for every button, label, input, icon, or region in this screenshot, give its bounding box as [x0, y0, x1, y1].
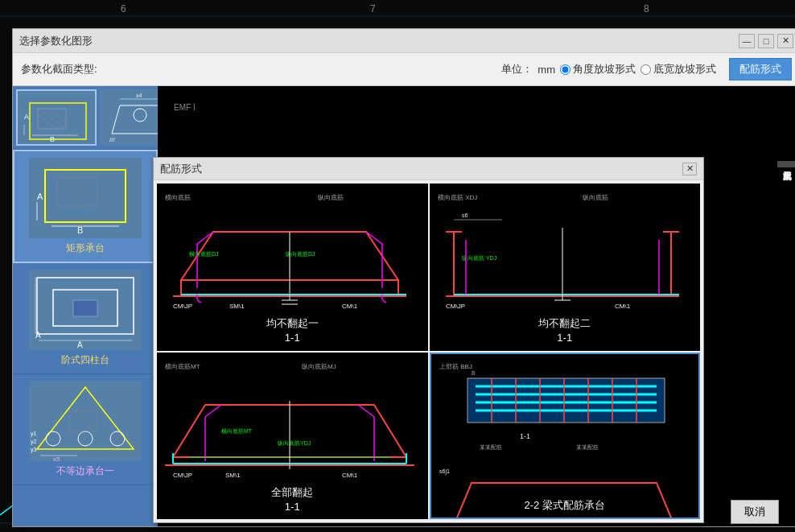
- shape-item-rect[interactable]: A B 矩形承台: [13, 150, 158, 263]
- cad-cell-1[interactable]: 横向底筋 纵向底筋 横向底筋DJ 纵向底筋DJ CM\JP SM\1 CM\1: [157, 184, 428, 351]
- shape-label-rect: 矩形承台: [66, 241, 105, 255]
- thumb-rect-svg: A B: [18, 91, 95, 144]
- svg-text:CM\1: CM\1: [342, 472, 358, 479]
- svg-text:s6: s6: [462, 212, 468, 218]
- svg-text:EMF I: EMF I: [174, 103, 196, 112]
- shape-panel: A B: [13, 86, 158, 526]
- shape-canvas-jieshi: A A: [29, 270, 142, 350]
- svg-text:某某配筋: 某某配筋: [576, 444, 599, 450]
- shape-label-jieshi: 阶式四柱台: [61, 353, 109, 367]
- minimize-btn[interactable]: —: [739, 34, 755, 48]
- svg-text:纵向底筋MJ: 纵向底筋MJ: [302, 363, 336, 370]
- svg-text:某某配筋: 某某配筋: [480, 444, 502, 450]
- cad-cell-4[interactable]: 上部筋 BBJ: [430, 353, 701, 520]
- right-side-label: 梁式配筋承台: [777, 161, 795, 167]
- cad-cell-2-label: 均不翻起二 1-1: [430, 313, 701, 350]
- shape-svg-rect: A B: [29, 158, 142, 238]
- cad-cell-2-label2: 1-1: [430, 331, 701, 345]
- peijin-btn[interactable]: 配筋形式: [729, 58, 792, 80]
- sub-dialog-title: 配筋形式: [160, 162, 202, 176]
- svg-text:CM\JP: CM\JP: [173, 303, 192, 310]
- radio-angle-input[interactable]: [560, 64, 571, 75]
- unit-text: 单位：: [501, 62, 533, 76]
- cad-cell-3-label1: 全部翻起: [157, 485, 428, 500]
- svg-text:B: B: [472, 370, 476, 376]
- svg-text:A: A: [35, 331, 41, 340]
- cad-cell-3-label: 全部翻起 1-1: [157, 482, 428, 519]
- svg-text:x5: x5: [53, 456, 60, 461]
- shape-label-budeng: 不等边承台一: [56, 464, 114, 478]
- svg-text:横向底筋MT: 横向底筋MT: [221, 428, 253, 435]
- svg-text:横向底筋 XDJ: 横向底筋 XDJ: [438, 194, 477, 201]
- thumb-trap1[interactable]: /// x4: [100, 89, 158, 146]
- svg-text:x4: x4: [136, 93, 142, 98]
- svg-rect-119: [468, 378, 665, 423]
- svg-text:CM\1: CM\1: [342, 303, 358, 310]
- cad-cell-1-label2: 1-1: [157, 331, 428, 345]
- shape-item-budeng[interactable]: y1 y2 y3 x5 不等边承台一: [13, 374, 158, 485]
- svg-text:s6j1: s6j1: [439, 468, 450, 475]
- svg-rect-46: [73, 300, 97, 316]
- cad-cell-4-svg: 上部筋 BBJ: [431, 354, 699, 518]
- svg-text:纵向底筋: 纵向底筋: [583, 194, 608, 201]
- svg-text:SM\1: SM\1: [225, 472, 241, 479]
- cad-cell-1-label: 均不翻起一 1-1: [157, 313, 428, 350]
- cad-cell-3[interactable]: 横向底筋MT 纵向底筋MJ 横向底筋MT 纵向底筋YDJ CM\JP SM\1: [157, 353, 428, 520]
- svg-text:///: ///: [109, 136, 115, 143]
- cad-cell-3-label2: 1-1: [157, 500, 428, 514]
- cancel-area: 取消: [731, 500, 779, 524]
- close-sub-btn[interactable]: ✕: [682, 163, 697, 175]
- svg-text:A: A: [37, 192, 43, 201]
- cad-cell-4-label: 2-2 梁式配筋承台: [431, 495, 699, 518]
- sub-dialog-titlebar: 配筋形式 ✕: [154, 158, 703, 180]
- svg-text:8: 8: [644, 3, 649, 14]
- thumb-rect[interactable]: A B: [16, 89, 97, 146]
- cad-cell-4-label1: 2-2 梁式配筋承台: [431, 498, 699, 513]
- svg-text:横向底筋DJ: 横向底筋DJ: [189, 251, 219, 258]
- radio-width-label: 底宽放坡形式: [653, 62, 716, 76]
- svg-text:横向底筋: 横向底筋: [165, 194, 191, 201]
- svg-text:横向底筋MT: 横向底筋MT: [165, 363, 200, 370]
- svg-text:y1: y1: [31, 431, 37, 437]
- svg-text:SM\1: SM\1: [229, 303, 245, 310]
- radio-width[interactable]: 底宽放坡形式: [641, 62, 716, 76]
- close-main-btn[interactable]: ✕: [777, 34, 793, 48]
- cad-grid: 横向底筋 纵向底筋 横向底筋DJ 纵向底筋DJ CM\JP SM\1 CM\1: [154, 180, 703, 522]
- radio-width-input[interactable]: [641, 64, 651, 75]
- svg-text:纵向底筋 YDJ: 纵向底筋 YDJ: [462, 255, 496, 261]
- radio-angle[interactable]: 角度放坡形式: [560, 62, 636, 76]
- radio-group: 角度放坡形式 底宽放坡形式: [560, 62, 716, 76]
- svg-text:y3: y3: [31, 447, 37, 453]
- svg-text:y2: y2: [31, 439, 37, 445]
- shape-svg-jieshi: A A: [29, 270, 142, 350]
- svg-text:CM\JP: CM\JP: [173, 472, 192, 479]
- unit-area: 单位： mm 角度放坡形式 底宽放坡形式 配筋形式: [501, 58, 792, 80]
- svg-text:7: 7: [370, 3, 376, 14]
- cad-cell-1-label1: 均不翻起一: [157, 316, 428, 331]
- svg-text:6: 6: [121, 3, 126, 14]
- cancel-btn[interactable]: 取消: [731, 500, 779, 524]
- maximize-btn[interactable]: □: [758, 34, 774, 48]
- svg-text:B: B: [77, 225, 83, 235]
- svg-text:A: A: [24, 113, 29, 121]
- main-dialog-title: 选择参数化图形: [19, 34, 93, 48]
- main-dialog-titlebar: 选择参数化图形 — □ ✕: [13, 29, 795, 53]
- titlebar-controls: — □ ✕: [739, 34, 793, 48]
- shape-canvas-rect: A B: [29, 158, 142, 238]
- cad-cell-2-label1: 均不翻起二: [430, 316, 701, 331]
- unit-value: mm: [538, 64, 555, 76]
- svg-rect-18: [100, 89, 158, 146]
- toolbar-row: 参数化截面类型: 单位： mm 角度放坡形式 底宽放坡形式 配筋形式: [13, 53, 795, 86]
- svg-text:B: B: [50, 135, 55, 143]
- svg-text:CM\JP: CM\JP: [446, 303, 465, 310]
- sub-dialog: 配筋形式 ✕ 横向底筋 纵向底筋 横向底筋D: [153, 157, 704, 523]
- svg-text:上部筋 BBJ: 上部筋 BBJ: [439, 363, 472, 370]
- shape-svg-budeng: y1 y2 y3 x5: [29, 381, 142, 461]
- svg-text:CM\1: CM\1: [615, 303, 631, 310]
- cad-cell-2[interactable]: 横向底筋 XDJ 纵向底筋 纵向底筋 YDJ CM\JP CM\1: [430, 184, 701, 351]
- shape-item-jieshi[interactable]: A A 阶式四柱台: [13, 263, 158, 374]
- svg-text:1-1: 1-1: [520, 432, 530, 440]
- radio-angle-label: 角度放坡形式: [573, 62, 636, 76]
- svg-text:A: A: [77, 340, 83, 349]
- thumb-trap1-svg: /// x4: [100, 89, 158, 146]
